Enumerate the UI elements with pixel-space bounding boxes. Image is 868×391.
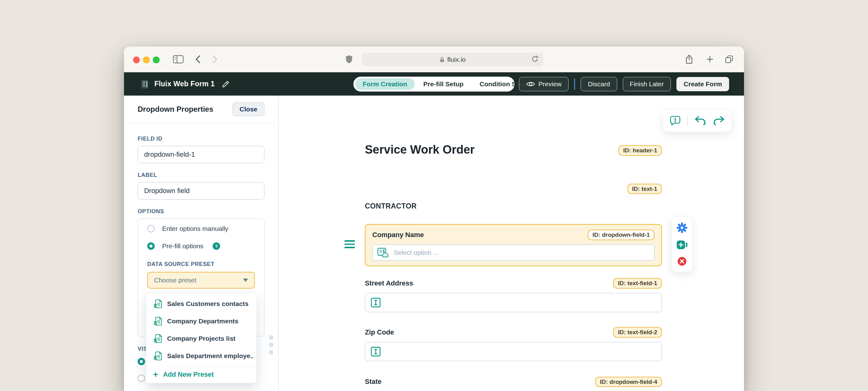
- form-canvas: Service Work Order ID: header-1 ID: text…: [279, 95, 744, 391]
- chevron-down-icon: [243, 279, 248, 282]
- field-id-badge: ID: text-field-2: [613, 327, 662, 338]
- close-window-button[interactable]: [133, 56, 140, 63]
- excel-file-icon: [153, 316, 162, 326]
- field-id-badge: ID: dropdown-field-1: [588, 230, 654, 240]
- document-title: Fluix Web Form 1: [154, 80, 215, 88]
- desktop-background: fluix.io Fluix Web Form 1: [0, 0, 868, 391]
- text-field-icon: [370, 297, 381, 308]
- discard-button[interactable]: Discard: [581, 77, 617, 91]
- dropdown-input[interactable]: Select option ...: [372, 245, 654, 261]
- delete-field-icon[interactable]: [677, 256, 687, 266]
- address-bar[interactable]: fluix.io: [362, 53, 543, 66]
- properties-panel: Dropdown Properties Close FIELD ID dropd…: [124, 95, 278, 391]
- reload-icon[interactable]: [531, 55, 539, 64]
- tab-form-creation[interactable]: Form Creation: [355, 78, 415, 90]
- field-id-badge: ID: text-1: [627, 184, 662, 194]
- tab-overview-icon[interactable]: [725, 55, 734, 64]
- minimize-window-button[interactable]: [143, 56, 150, 63]
- radio-prefill-options[interactable]: [147, 242, 155, 250]
- field-label: Company Name: [372, 231, 424, 239]
- new-tab-icon[interactable]: [706, 56, 714, 63]
- field-row-zip-code: Zip Code ID: text-field-2: [365, 327, 662, 338]
- excel-file-icon: [153, 299, 162, 309]
- form-header-text[interactable]: Service Work Order: [365, 143, 475, 157]
- window-controls: [133, 56, 160, 63]
- dropdown-placeholder: Select option ...: [394, 249, 439, 256]
- data-source-preset-label: DATA SOURCE PRESET: [147, 261, 255, 268]
- form-document-icon: [140, 79, 149, 90]
- data-source-dropdown-icon: [377, 247, 389, 258]
- preset-item[interactable]: Sales Customers contacts: [146, 295, 256, 312]
- preset-item[interactable]: Company Projects list: [146, 330, 256, 347]
- field-settings-gear-icon[interactable]: [676, 222, 688, 233]
- panel-title: Dropdown Properties: [137, 105, 213, 114]
- back-icon[interactable]: [195, 55, 202, 64]
- zoom-window-button[interactable]: [153, 56, 160, 63]
- text-field-input[interactable]: [365, 293, 662, 312]
- field-id-label: FIELD ID: [137, 136, 265, 142]
- label-input[interactable]: Dropdown field: [137, 182, 265, 199]
- url-text: fluix.io: [447, 56, 466, 63]
- share-icon[interactable]: [685, 54, 693, 64]
- field-id-badge: ID: header-1: [618, 145, 662, 156]
- undo-icon[interactable]: [694, 115, 707, 126]
- lock-icon: [440, 56, 444, 63]
- duplicate-field-icon[interactable]: [676, 240, 688, 250]
- preset-dropdown-menu: Sales Customers contacts Company Departm…: [146, 293, 257, 383]
- toolbar-divider: [687, 115, 688, 126]
- nav-divider: [574, 78, 575, 90]
- field-row-state: State ID: dropdown-field-4: [365, 377, 662, 387]
- eye-icon: [526, 81, 535, 87]
- panel-resize-handle[interactable]: [269, 335, 273, 355]
- redo-icon[interactable]: [713, 115, 725, 126]
- excel-file-icon: [153, 351, 162, 361]
- preset-select[interactable]: Choose preset: [147, 272, 255, 288]
- app-top-nav: Fluix Web Form 1 Form Creation Pre-fill …: [124, 72, 744, 95]
- excel-file-icon: [153, 334, 162, 343]
- browser-window: fluix.io Fluix Web Form 1: [124, 47, 744, 391]
- close-panel-button[interactable]: Close: [232, 103, 265, 116]
- label-label: LABEL: [137, 172, 265, 178]
- edit-title-pencil-icon[interactable]: [221, 80, 230, 88]
- preview-button[interactable]: Preview: [519, 77, 569, 91]
- canvas-toolbar: [663, 110, 732, 132]
- drag-handle-icon[interactable]: [344, 240, 355, 248]
- plus-icon: +: [153, 370, 158, 379]
- options-label: OPTIONS: [137, 208, 265, 215]
- preset-item[interactable]: Sales Department employe...: [146, 347, 256, 365]
- text-field-input[interactable]: [365, 342, 662, 361]
- field-actions-toolbar: [672, 216, 692, 272]
- preset-item[interactable]: Company Departments: [146, 312, 256, 330]
- browser-chrome: fluix.io: [124, 47, 744, 72]
- field-row-street-address: Street Address ID: text-field-1: [365, 278, 662, 288]
- comment-alert-icon[interactable]: [669, 115, 681, 126]
- visibility-radio-selected[interactable]: [137, 358, 145, 365]
- create-form-button[interactable]: Create Form: [676, 77, 729, 91]
- mode-tabs: Form Creation Pre-fill Setup Condition S…: [353, 77, 515, 91]
- text-block-content[interactable]: CONTRACTOR: [365, 202, 662, 211]
- finish-later-button[interactable]: Finish Later: [623, 77, 671, 91]
- field-card-company-name[interactable]: Company Name ID: dropdown-field-1 Select…: [365, 224, 662, 266]
- tab-prefill-setup[interactable]: Pre-fill Setup: [416, 78, 471, 90]
- text-field-icon: [370, 346, 381, 357]
- add-new-preset-button[interactable]: + Add New Preset: [146, 366, 256, 383]
- field-id-badge: ID: text-field-1: [613, 278, 662, 288]
- sidebar-toggle-icon[interactable]: [173, 55, 184, 64]
- field-id-badge: ID: dropdown-field-4: [595, 377, 662, 387]
- field-id-input[interactable]: dropdown-field-1: [137, 146, 265, 163]
- privacy-shield-icon[interactable]: [345, 55, 353, 64]
- forward-icon[interactable]: [211, 55, 218, 64]
- radio-enter-options-manually[interactable]: [147, 225, 155, 232]
- radio-read-only[interactable]: [137, 374, 145, 382]
- help-icon[interactable]: ?: [213, 242, 220, 250]
